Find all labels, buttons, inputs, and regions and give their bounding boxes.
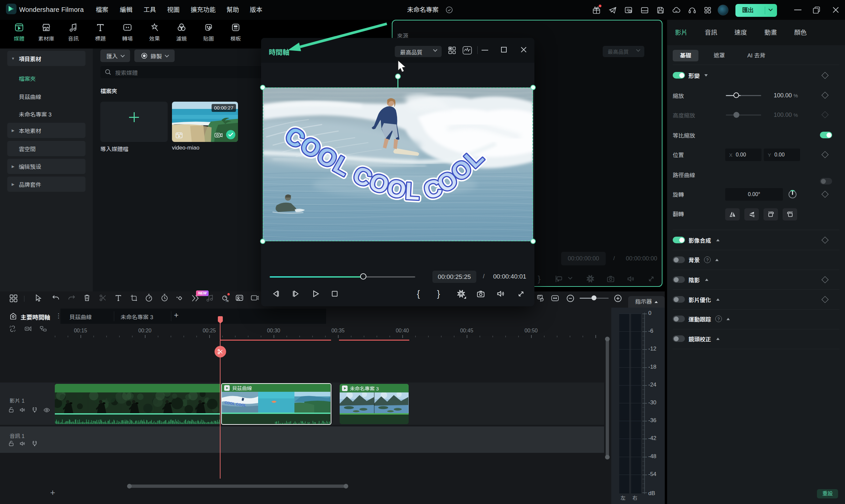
- svg-text:AI: AI: [226, 299, 229, 303]
